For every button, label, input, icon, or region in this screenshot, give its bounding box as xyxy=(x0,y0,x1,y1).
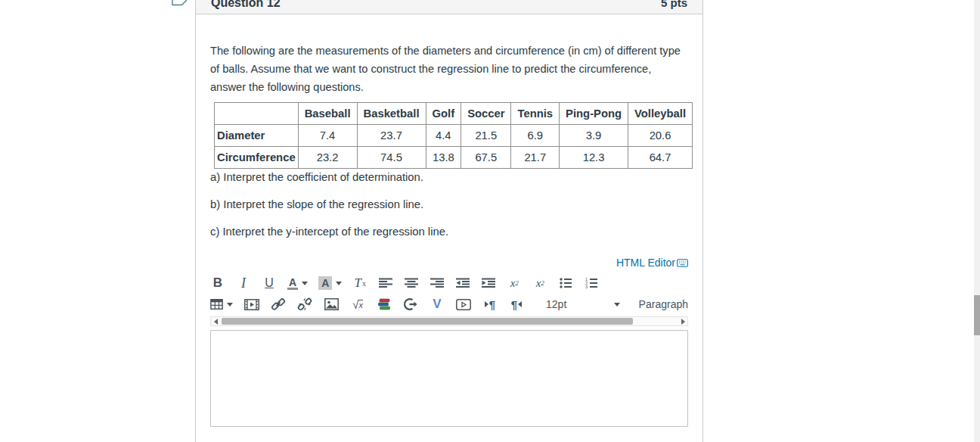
table-icon xyxy=(210,298,223,310)
text-color-button[interactable]: A xyxy=(287,275,308,291)
v-tool-button[interactable]: V xyxy=(430,296,445,313)
table-cell: 21.5 xyxy=(461,125,511,147)
sub-question-b: b) Interpret the slope of the regression… xyxy=(210,196,688,213)
html-editor-link[interactable]: HTML Editor xyxy=(616,257,675,269)
rich-text-editor-body[interactable] xyxy=(210,330,688,427)
embed-media-icon xyxy=(244,299,259,310)
table-header-row: Baseball Basketball Golf Soccer Tennis P… xyxy=(215,103,693,125)
rtl-arrow-icon xyxy=(518,301,522,307)
bullet-list-icon xyxy=(560,278,572,288)
flag-question-icon[interactable] xyxy=(172,0,188,8)
table-header-cell: Golf xyxy=(426,103,461,125)
external-tool-icon xyxy=(403,297,418,311)
italic-button[interactable]: I xyxy=(236,275,251,291)
table-cell: 67.5 xyxy=(461,147,511,169)
image-icon xyxy=(324,298,339,310)
table-row-circumference: Circumference 23.2 74.5 13.8 67.5 21.7 1… xyxy=(215,147,693,169)
quiz-page: Question 12 5 pts The following are the … xyxy=(0,0,980,442)
editor-link-row: HTML Editor xyxy=(210,256,688,269)
table-cell: 64.7 xyxy=(628,147,693,169)
question-header: Question 12 5 pts xyxy=(196,0,702,14)
chevron-down-icon xyxy=(302,282,308,285)
table-header-cell xyxy=(215,103,299,125)
subscript-button[interactable]: x2 xyxy=(532,275,547,291)
table-cell: 4.4 xyxy=(426,125,461,147)
underline-button[interactable]: U xyxy=(262,275,277,291)
bullet-list-button[interactable] xyxy=(558,275,573,291)
background-color-icon: A xyxy=(318,276,332,290)
font-size-select[interactable]: 12pt xyxy=(546,298,620,310)
indent-icon xyxy=(482,278,495,289)
ltr-arrow-icon xyxy=(485,301,488,307)
external-tool-button[interactable] xyxy=(403,296,418,313)
question-prompt: The following are the measurements of th… xyxy=(210,42,688,96)
subscript-icon: x xyxy=(536,277,541,290)
table-button[interactable] xyxy=(210,296,233,313)
row-label: Diameter xyxy=(215,125,299,147)
table-cell: 74.5 xyxy=(357,147,426,169)
align-center-button[interactable] xyxy=(404,275,419,291)
table-header-cell: Baseball xyxy=(298,103,357,125)
outdent-icon xyxy=(456,278,470,289)
svg-text:3: 3 xyxy=(585,285,588,288)
font-size-value: 12pt xyxy=(546,298,566,310)
question-title: Question 12 xyxy=(211,0,281,14)
page-vertical-scrollbar[interactable] xyxy=(974,0,980,442)
table-header-cell: Ping-Pong xyxy=(560,103,628,125)
align-right-button[interactable] xyxy=(430,275,445,291)
vertical-scrollbar-thumb[interactable] xyxy=(974,295,980,335)
link-icon xyxy=(271,297,286,312)
clear-formatting-icon: T xyxy=(355,275,361,291)
table-cell: 21.7 xyxy=(511,147,560,169)
paragraph-format-select[interactable]: Paragraph xyxy=(639,298,688,310)
table-cell: 7.4 xyxy=(298,125,357,147)
library-books-button[interactable] xyxy=(377,296,392,313)
table-header-cell: Volleyball xyxy=(628,103,693,125)
toolbar-row-2: √x xyxy=(210,294,688,314)
unlink-button[interactable] xyxy=(297,296,312,313)
background-color-button[interactable]: A xyxy=(318,275,342,291)
chevron-down-icon xyxy=(614,303,620,307)
scroll-left-arrow[interactable] xyxy=(211,317,220,325)
unlink-icon xyxy=(297,297,312,312)
bold-button[interactable]: B xyxy=(210,275,225,291)
table-cell: 12.3 xyxy=(560,147,628,169)
image-button[interactable] xyxy=(324,296,339,313)
align-center-icon xyxy=(405,278,418,289)
table-cell: 13.8 xyxy=(426,147,461,169)
rtl-direction-button[interactable]: ¶ xyxy=(509,296,524,313)
horizontal-scrollbar-thumb[interactable] xyxy=(222,318,633,325)
toolbar-row-1: B I U A A Tx xyxy=(210,275,688,291)
embed-media-button[interactable] xyxy=(244,296,259,313)
sub-question-a: a) Interpret the coefficient of determin… xyxy=(210,169,688,186)
table-cell: 3.9 xyxy=(560,125,628,147)
align-right-icon xyxy=(430,278,444,289)
library-books-icon xyxy=(377,298,391,311)
numbered-list-icon: 1 2 3 xyxy=(585,278,597,288)
sub-question-c: c) Interpret the y-intercept of the regr… xyxy=(210,223,688,241)
chevron-down-icon xyxy=(227,303,233,307)
rce-toolbar: B I U A A Tx xyxy=(210,275,688,427)
indent-button[interactable] xyxy=(481,275,496,291)
table-cell: 20.6 xyxy=(628,125,693,147)
equation-button[interactable]: √x xyxy=(350,296,365,313)
table-cell: 6.9 xyxy=(511,125,560,147)
question-panel: Question 12 5 pts The following are the … xyxy=(195,0,703,442)
align-left-button[interactable] xyxy=(378,275,393,291)
table-cell: 23.2 xyxy=(298,147,357,169)
keyboard-shortcuts-icon[interactable] xyxy=(677,259,688,267)
superscript-button[interactable]: x2 xyxy=(507,275,522,291)
toolbar-horizontal-scrollbar[interactable] xyxy=(210,316,688,326)
superscript-icon: x xyxy=(510,277,516,290)
ltr-direction-button[interactable]: ¶ xyxy=(482,296,498,313)
clear-formatting-button[interactable]: Tx xyxy=(352,275,368,291)
align-left-icon xyxy=(379,278,392,289)
link-button[interactable] xyxy=(271,296,286,313)
video-player-button[interactable] xyxy=(456,296,471,313)
numbered-list-button[interactable]: 1 2 3 xyxy=(584,275,599,291)
data-table: Baseball Basketball Golf Soccer Tennis P… xyxy=(214,102,693,169)
scroll-right-arrow[interactable] xyxy=(678,317,687,325)
outdent-button[interactable] xyxy=(455,275,470,291)
text-color-icon: A xyxy=(287,277,298,290)
pilcrow-icon: ¶ xyxy=(489,298,495,311)
